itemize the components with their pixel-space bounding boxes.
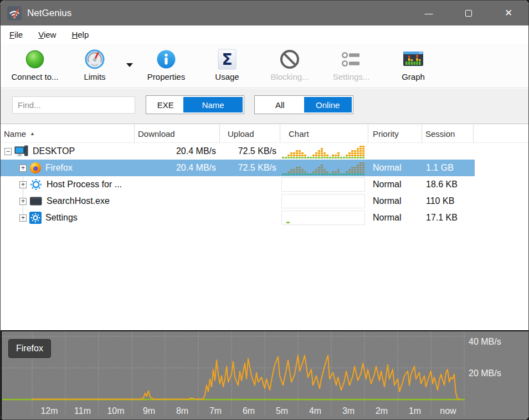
toggle-option-online[interactable]: Online [304, 97, 352, 112]
settings-sliders-icon [341, 48, 362, 70]
gear-outline-icon [29, 178, 43, 191]
svg-text:7m: 7m [209, 406, 222, 416]
properties-button[interactable]: Properties [140, 44, 193, 87]
table-rows: − DESKTOP 20.4 MB/s 72.5 KB [1, 143, 528, 226]
toggle-option-exe[interactable]: EXE [147, 97, 183, 112]
blocking-button: Blocking... [265, 44, 315, 87]
chart-cell [280, 193, 368, 209]
usage-button[interactable]: Σ Usage [209, 44, 245, 87]
table-header: Name ▲ Download Upload Chart Priority Se… [1, 125, 528, 143]
priority-value: Normal [368, 163, 422, 173]
firefox-icon [29, 162, 42, 174]
svg-text:12m: 12m [40, 406, 58, 416]
svg-text:11m: 11m [74, 406, 91, 416]
graph-equalizer-icon [403, 48, 423, 70]
desktop-computer-icon [14, 145, 29, 158]
table-row-desktop[interactable]: − DESKTOP 20.4 MB/s 72.5 KB [1, 143, 475, 160]
filter-bar: EXEName AllOnline [1, 89, 528, 124]
table-row-searchhost[interactable]: + SearchHost.exe Normal 110 KB [1, 193, 475, 209]
upload-value: 72.5 KB/s [220, 163, 280, 173]
limits-dropdown-arrow-icon[interactable] [126, 63, 133, 67]
graph-button[interactable]: Graph [397, 44, 430, 87]
download-line [32, 355, 460, 399]
connect-icon [24, 48, 45, 70]
x-axis-labels: 12m11m10m9m8m7m6m5m4m3m2m1mnow [40, 406, 456, 416]
search-input[interactable] [12, 96, 135, 114]
minimize-icon: — [425, 8, 433, 18]
table-row-host-process[interactable]: + Host Process for ... [1, 176, 475, 193]
toolbar: Connect to... Limits [1, 44, 528, 88]
chart-cell [280, 160, 368, 176]
process-name: Firefox [45, 163, 73, 173]
traffic-graph-panel: 40 MB/s20 MB/s12m11m10m9m8m7m6m5m4m3m2m1… [1, 330, 529, 420]
maximize-icon [465, 10, 472, 17]
process-name: Host Process for ... [47, 180, 122, 189]
column-header-download[interactable]: Download [135, 125, 220, 142]
collapse-toggle[interactable]: − [4, 148, 12, 155]
column-header-priority[interactable]: Priority [368, 125, 422, 142]
expand-toggle[interactable]: + [19, 181, 27, 188]
svg-text:now: now [440, 406, 456, 416]
expand-toggle[interactable]: + [19, 165, 27, 172]
session-value: 1.1 GB [422, 163, 474, 173]
svg-text:8m: 8m [176, 406, 188, 416]
priority-value: Normal [368, 196, 422, 206]
menu-item-help[interactable]: Help [70, 29, 90, 40]
menu-item-view[interactable]: View [37, 29, 57, 40]
session-value: 17.1 KB [422, 213, 474, 223]
table-row-firefox[interactable]: + [1, 160, 475, 176]
limits-gauge-icon [84, 48, 105, 70]
process-table: Name ▲ Download Upload Chart Priority Se… [1, 125, 528, 330]
svg-text:5m: 5m [276, 406, 288, 416]
sparkline-baseline [282, 173, 364, 175]
priority-value: Normal [368, 213, 422, 223]
svg-text:9m: 9m [143, 406, 155, 416]
svg-text:20 MB/s: 20 MB/s [469, 368, 501, 378]
graph-grid [2, 331, 466, 416]
graph-legend: Firefox [8, 339, 51, 358]
column-header-upload[interactable]: Upload [220, 125, 280, 142]
svg-text:10m: 10m [107, 406, 124, 416]
download-value: 20.4 MB/s [135, 163, 220, 173]
dark-window-icon [29, 196, 43, 207]
limits-button[interactable]: Limits [75, 44, 114, 87]
maximize-button[interactable] [449, 1, 489, 25]
minimize-button[interactable]: — [409, 1, 449, 25]
blocking-prohibit-icon [279, 48, 300, 70]
traffic-graph: 40 MB/s20 MB/s12m11m10m9m8m7m6m5m4m3m2m1… [2, 331, 528, 419]
y-axis-labels: 40 MB/s20 MB/s [469, 337, 501, 378]
menu-item-file[interactable]: File [8, 29, 24, 40]
sort-ascending-icon: ▲ [30, 131, 35, 136]
settings-gear-icon [29, 212, 42, 224]
column-header-filler [474, 125, 528, 142]
svg-text:6m: 6m [243, 406, 255, 416]
sparkline-baseline [282, 157, 364, 158]
chart-cell [280, 176, 368, 193]
properties-info-icon [156, 48, 177, 70]
expand-toggle[interactable]: + [19, 214, 27, 222]
svg-text:1m: 1m [409, 406, 421, 416]
column-header-name[interactable]: Name ▲ [1, 125, 135, 142]
title-bar[interactable]: NetGenius — ✕ [1, 1, 528, 25]
svg-text:3m: 3m [342, 406, 355, 416]
table-row-settings[interactable]: + Settings [1, 209, 475, 226]
toggle-option-all[interactable]: All [256, 97, 304, 112]
close-icon: ✕ [505, 7, 512, 19]
column-header-session[interactable]: Session [422, 125, 474, 142]
chart-cell [280, 209, 368, 226]
svg-text:2m: 2m [376, 406, 388, 416]
process-name: Settings [45, 213, 78, 223]
sparkline-dash [286, 222, 290, 223]
column-header-chart[interactable]: Chart [280, 125, 368, 142]
all-online-toggle: AllOnline [254, 95, 353, 114]
toggle-option-name[interactable]: Name [183, 97, 243, 112]
expand-toggle[interactable]: + [19, 198, 27, 205]
app-logo-icon [7, 6, 22, 21]
connect-button[interactable]: Connect to... [4, 44, 66, 87]
app-window: NetGenius — ✕ FileViewHelp Connect to... [0, 0, 529, 420]
svg-text:40 MB/s: 40 MB/s [469, 337, 501, 346]
priority-value: Normal [368, 180, 422, 189]
close-button[interactable]: ✕ [489, 1, 528, 25]
window-title: NetGenius [27, 8, 71, 19]
usage-sigma-icon: Σ [217, 48, 238, 70]
